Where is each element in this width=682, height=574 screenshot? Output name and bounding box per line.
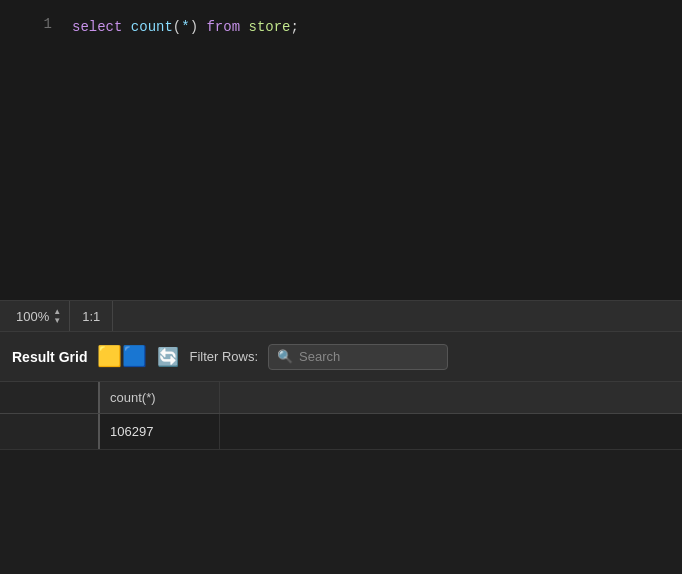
search-icon: 🔍 <box>277 349 293 365</box>
grid-icon[interactable]: 🟨🟦 <box>97 344 147 369</box>
code-content[interactable]: select count(*) from store; <box>60 0 682 300</box>
search-box[interactable]: 🔍 <box>268 344 448 370</box>
zoom-down-arrow[interactable]: ▼ <box>53 317 61 325</box>
star-operator: * <box>181 19 189 35</box>
row-num-header <box>0 382 100 413</box>
row-num-cell <box>0 414 100 449</box>
table-row[interactable]: 106297 <box>0 414 682 450</box>
data-cell-count: 106297 <box>100 414 220 449</box>
col-header-count: count(*) <box>100 382 220 413</box>
table-name: store <box>248 19 290 35</box>
keyword-from: from <box>206 19 240 35</box>
paren-close: ) <box>190 19 198 35</box>
status-bar: 100% ▲ ▼ 1:1 <box>0 300 682 332</box>
refresh-icon[interactable]: 🔄 <box>157 346 179 368</box>
zoom-arrows[interactable]: ▲ ▼ <box>53 308 61 325</box>
zoom-control[interactable]: 100% ▲ ▼ <box>8 301 70 331</box>
result-grid-label: Result Grid <box>12 349 87 365</box>
line-numbers: 1 <box>0 0 60 300</box>
table-container: count(*) 106297 <box>0 382 682 450</box>
func-count: count <box>131 19 173 35</box>
zoom-up-arrow[interactable]: ▲ <box>53 308 61 316</box>
zoom-value: 100% <box>16 309 49 324</box>
code-line-1: select count(*) from store; <box>72 16 670 38</box>
table-area: count(*) 106297 <box>0 382 682 450</box>
result-toolbar: Result Grid 🟨🟦 🔄 Filter Rows: 🔍 <box>0 332 682 382</box>
code-editor[interactable]: 1 select count(*) from store; <box>0 0 682 300</box>
filter-rows-label: Filter Rows: <box>189 349 258 364</box>
paren-open: ( <box>173 19 181 35</box>
semicolon: ; <box>291 19 299 35</box>
cursor-position: 1:1 <box>70 301 113 331</box>
line-number-1: 1 <box>8 16 52 32</box>
keyword-select: select <box>72 19 122 35</box>
table-header: count(*) <box>0 382 682 414</box>
search-input[interactable] <box>299 349 439 364</box>
